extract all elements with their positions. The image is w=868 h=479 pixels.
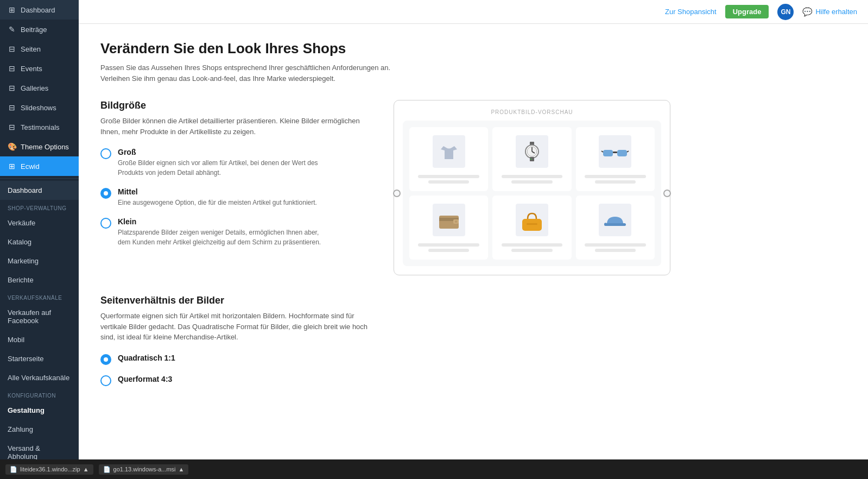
sidebar-item-label: Ecwid xyxy=(21,162,40,171)
sidebar-item-mobil[interactable]: Mobil xyxy=(0,330,79,349)
product-bar xyxy=(418,243,479,247)
radio-option-quadratisch: Quadratisch 1:1 xyxy=(100,354,846,365)
sidebar-item-facebook[interactable]: Verkaufen auf Facebook xyxy=(0,303,79,330)
radio-option-mittel: Mittel Eine ausgewogene Option, die für … xyxy=(100,187,372,207)
sidebar-item-ecwid[interactable]: ⊞ Ecwid xyxy=(0,156,79,176)
sidebar-item-dashboard-top[interactable]: ⊞ Dashboard xyxy=(0,0,79,20)
galleries-icon: ⊟ xyxy=(8,84,16,92)
preview-radio-right[interactable] xyxy=(663,190,671,197)
help-button[interactable]: 💬 Hilfe erhalten xyxy=(802,7,857,17)
preview-radio-left[interactable] xyxy=(393,190,401,197)
bildgroesse-desc: Große Bilder können die Artikel detailli… xyxy=(100,116,372,137)
section-label-verkaufskanaele: VERKAUFSKANÄLE xyxy=(0,289,79,303)
product-card xyxy=(576,196,655,260)
product-img-watch xyxy=(513,133,551,171)
radio-gross[interactable] xyxy=(100,148,111,159)
product-img-glasses xyxy=(596,133,634,171)
sidebar-item-zahlung[interactable]: Zahlung xyxy=(0,420,79,439)
radio-quadratisch[interactable] xyxy=(100,354,111,365)
gestaltung-label: Gestaltung xyxy=(8,406,45,414)
product-bar xyxy=(418,175,479,178)
taskbar-icon-1: 📄 xyxy=(10,466,17,473)
verkaeufe-label: Verkäufe xyxy=(8,219,35,227)
chat-icon: 💬 xyxy=(802,7,813,17)
radio-quadratisch-content: Quadratisch 1:1 xyxy=(118,354,175,364)
avatar[interactable]: GN xyxy=(777,4,794,20)
seitenverhaeltnis-section: Seitenverhältnis der Bilder Querformate … xyxy=(100,295,846,386)
sidebar-item-testimonials[interactable]: ⊟ Testimonials xyxy=(0,117,79,137)
sidebar-item-label: Seiten xyxy=(21,45,41,53)
product-bar xyxy=(585,243,646,247)
product-bar xyxy=(502,175,563,178)
product-grid xyxy=(409,127,655,260)
sidebar-item-gestaltung[interactable]: Gestaltung xyxy=(0,401,79,420)
seitenverhaeltnis-title: Seitenverhältnis der Bilder xyxy=(100,295,846,306)
product-bar xyxy=(502,243,563,247)
radio-querformat-content: Querformat 4:3 xyxy=(118,375,172,385)
taskbar-item-1[interactable]: 📄 liteidex36.1.windo...zip ▲ xyxy=(5,464,93,475)
radio-option-querformat: Querformat 4:3 xyxy=(100,375,846,386)
topbar: Zur Shopansicht Upgrade GN 💬 Hilfe erhal… xyxy=(79,0,868,24)
radio-klein[interactable] xyxy=(100,218,111,229)
product-bar-short xyxy=(428,249,469,252)
taskbar-chevron-2[interactable]: ▲ xyxy=(179,466,185,472)
sidebar-item-beitraege[interactable]: ✎ Beiträge xyxy=(0,20,79,39)
preview-label: PRODUKTBILD-VORSCHAU xyxy=(403,109,661,115)
product-bar-short xyxy=(595,180,636,184)
svg-rect-10 xyxy=(603,150,613,156)
bildgroesse-title: Bildgröße xyxy=(100,100,372,111)
page-subtitle: Passen Sie das Aussehen Ihres Shops ents… xyxy=(100,62,404,84)
marketing-label: Marketing xyxy=(8,257,39,265)
sidebar-item-slideshows[interactable]: ⊟ Slideshows xyxy=(0,98,79,117)
sidebar-item-katalog[interactable]: Katalog xyxy=(0,232,79,251)
product-bar-short xyxy=(511,180,552,184)
taskbar-chevron-1[interactable]: ▲ xyxy=(83,466,89,472)
taskbar-label-1: liteidex36.1.windo...zip xyxy=(20,466,80,472)
sidebar-item-alle-verkaufskanaele[interactable]: Alle Verkaufskanäle xyxy=(0,368,79,387)
sidebar-item-theme-options[interactable]: 🎨 Theme Options xyxy=(0,137,79,156)
upgrade-button[interactable]: Upgrade xyxy=(725,5,769,18)
help-label: Hilfe erhalten xyxy=(815,8,857,16)
sidebar-item-label: Theme Options xyxy=(21,143,69,151)
radio-mittel[interactable] xyxy=(100,188,111,199)
radio-option-klein: Klein Platzsparende Bilder zeigen wenige… xyxy=(100,217,372,247)
beitraege-icon: ✎ xyxy=(8,25,16,34)
shop-link[interactable]: Zur Shopansicht xyxy=(665,8,717,16)
sidebar-item-seiten[interactable]: ⊟ Seiten xyxy=(0,39,79,59)
sidebar-item-starterseite[interactable]: Starterseite xyxy=(0,349,79,368)
dashboard-icon: ⊞ xyxy=(8,5,16,14)
preview-inner xyxy=(403,121,661,266)
sidebar: ⊞ Dashboard ✎ Beiträge ⊟ Seiten ⊟ Events… xyxy=(0,0,79,479)
ecwid-icon: ⊞ xyxy=(8,162,16,171)
berichte-label: Berichte xyxy=(8,276,34,284)
sidebar-item-berichte[interactable]: Berichte xyxy=(0,270,79,289)
sidebar-item-events[interactable]: ⊟ Events xyxy=(0,59,79,78)
sidebar-sub-label: Dashboard xyxy=(8,186,42,194)
bildgroesse-left: Bildgröße Große Bilder können die Artike… xyxy=(100,100,372,257)
product-img-wallet xyxy=(430,201,468,239)
radio-mittel-label: Mittel xyxy=(118,187,317,196)
sidebar-item-galleries[interactable]: ⊟ Galleries xyxy=(0,78,79,98)
taskbar: 📄 liteidex36.1.windo...zip ▲ 📄 go1.13.wi… xyxy=(0,459,868,479)
alle-vk-label: Alle Verkaufskanäle xyxy=(8,374,69,382)
sidebar-item-label: Dashboard xyxy=(21,6,55,14)
sidebar-item-label: Events xyxy=(21,65,42,73)
product-card xyxy=(409,127,488,191)
product-bar-short xyxy=(511,249,552,252)
testimonials-icon: ⊟ xyxy=(8,123,16,131)
seiten-icon: ⊟ xyxy=(8,45,16,53)
product-card xyxy=(409,196,488,260)
page-title: Verändern Sie den Look Ihres Shops xyxy=(100,40,846,57)
events-icon: ⊟ xyxy=(8,64,16,73)
radio-gross-label: Groß xyxy=(118,148,324,156)
section-label-konfiguration: KONFIGURATION xyxy=(0,387,79,401)
taskbar-item-2[interactable]: 📄 go1.13.windows-a...msi ▲ xyxy=(99,464,189,475)
sidebar-item-verkaeufe[interactable]: Verkäufe xyxy=(0,213,79,232)
main-wrapper: Zur Shopansicht Upgrade GN 💬 Hilfe erhal… xyxy=(79,0,868,479)
sidebar-item-dashboard-sub[interactable]: Dashboard xyxy=(0,181,79,200)
sidebar-item-label: Beiträge xyxy=(21,26,47,34)
radio-querformat[interactable] xyxy=(100,375,111,386)
taskbar-label-2: go1.13.windows-a...msi xyxy=(113,466,176,472)
sidebar-item-label: Testimonials xyxy=(21,123,60,131)
sidebar-item-marketing[interactable]: Marketing xyxy=(0,251,79,270)
